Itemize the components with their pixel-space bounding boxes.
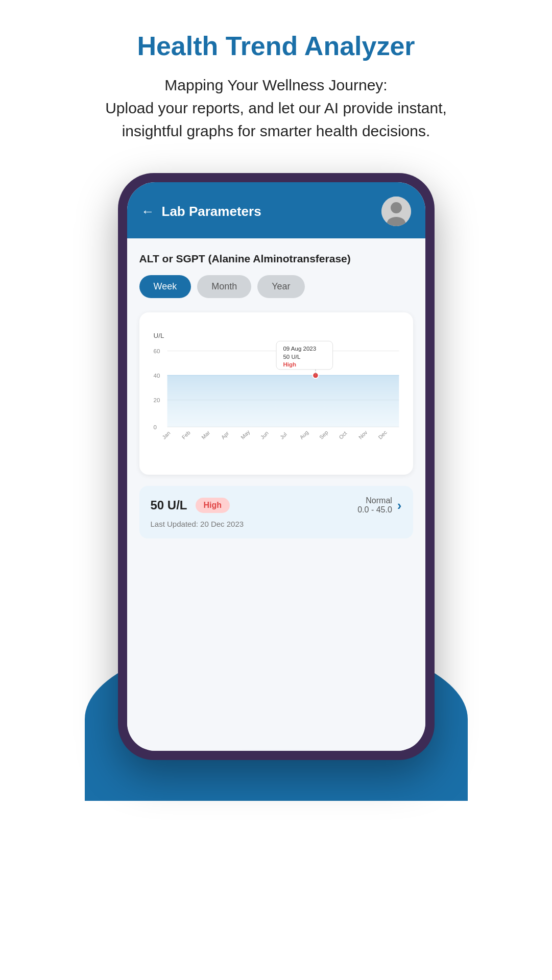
svg-text:May: May — [239, 428, 251, 440]
svg-text:Jul: Jul — [278, 431, 287, 440]
svg-text:Jun: Jun — [259, 430, 270, 440]
chart-svg: U/L 60 40 20 0 — [149, 324, 404, 467]
value-label: 50 U/L — [151, 498, 187, 512]
high-badge: High — [196, 498, 230, 513]
page-title: Health Trend Analyzer — [41, 31, 511, 61]
app-content: ALT or SGPT (Alanine Alminotransferase) … — [127, 238, 425, 751]
svg-text:Jan: Jan — [161, 430, 172, 440]
param-title: ALT or SGPT (Alanine Alminotransferase) — [139, 253, 413, 265]
year-button[interactable]: Year — [257, 275, 304, 298]
screen-title: Lab Parameters — [162, 204, 261, 219]
phone-inner: ← Lab Parameters ALT or SGPT (Alanine Al… — [127, 182, 425, 751]
svg-point-1 — [391, 202, 402, 213]
value-card: 50 U/L High Normal 0.0 - 45.0 › Last Upd… — [139, 486, 413, 538]
chevron-right-icon[interactable]: › — [397, 498, 402, 513]
normal-range-value: 0.0 - 45.0 — [357, 505, 392, 514]
svg-text:0: 0 — [153, 424, 156, 430]
last-updated: Last Updated: 20 Dec 2023 — [151, 520, 402, 528]
svg-text:U/L: U/L — [153, 332, 164, 339]
period-selector: Week Month Year — [139, 275, 413, 298]
svg-text:Oct: Oct — [338, 430, 348, 440]
chart-wrapper: U/L 60 40 20 0 — [149, 324, 404, 467]
svg-text:Sep: Sep — [318, 429, 329, 440]
svg-text:Nov: Nov — [357, 429, 368, 440]
chart-card: U/L 60 40 20 0 — [139, 312, 413, 475]
app-header: ← Lab Parameters — [127, 182, 425, 238]
svg-text:Feb: Feb — [180, 429, 191, 440]
svg-text:Dec: Dec — [377, 429, 388, 440]
page-subtitle: Mapping Your Wellness Journey:Upload you… — [41, 74, 511, 142]
normal-label: Normal — [357, 496, 392, 505]
svg-text:Aug: Aug — [298, 429, 309, 440]
back-button[interactable]: ← — [141, 204, 155, 219]
svg-text:40: 40 — [153, 373, 160, 379]
svg-text:60: 60 — [153, 348, 160, 354]
svg-text:09 Aug 2023: 09 Aug 2023 — [283, 346, 316, 352]
svg-text:Mar: Mar — [200, 429, 211, 440]
avatar[interactable] — [381, 197, 411, 226]
svg-text:Apr: Apr — [220, 430, 230, 440]
month-button[interactable]: Month — [197, 275, 251, 298]
svg-text:20: 20 — [153, 397, 160, 403]
week-button[interactable]: Week — [139, 275, 191, 298]
svg-text:High: High — [283, 361, 296, 368]
phone-frame: ← Lab Parameters ALT or SGPT (Alanine Al… — [118, 173, 435, 760]
svg-text:50 U/L: 50 U/L — [283, 354, 301, 360]
